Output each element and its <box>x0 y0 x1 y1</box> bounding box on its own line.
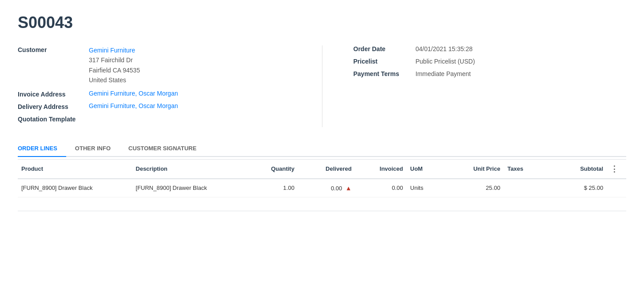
cell-invoiced: 0.00 <box>355 179 407 197</box>
vertical-divider <box>322 45 322 127</box>
cell-delivered: 0.00 ▲ <box>298 179 355 197</box>
order-lines-table: Product Description Quantity Delivered I… <box>18 159 626 197</box>
order-date-row: Order Date 04/01/2021 15:35:28 <box>354 45 473 52</box>
tabs-bar: ORDER LINES OTHER INFO CUSTOMER SIGNATUR… <box>18 140 626 157</box>
col-header-unit-price: Unit Price <box>447 159 504 179</box>
table-section: Product Description Quantity Delivered I… <box>18 159 626 197</box>
payment-terms-row: Payment Terms Immediate Payment <box>354 70 471 77</box>
col-header-invoiced: Invoiced <box>355 159 407 179</box>
order-date-label: Order Date <box>354 45 416 52</box>
customer-name-link[interactable]: Gemini Furniture <box>89 45 291 55</box>
table-header-row: Product Description Quantity Delivered I… <box>18 159 626 179</box>
forecast-chart-icon[interactable]: ▲ <box>346 185 352 192</box>
tab-order-lines[interactable]: ORDER LINES <box>18 140 66 157</box>
invoice-address-row: Invoice Address Gemini Furniture, Oscar … <box>18 90 291 98</box>
col-header-uom: UoM <box>407 159 447 179</box>
form-section: Customer Gemini Furniture 317 Fairchild … <box>18 45 626 127</box>
bottom-divider <box>18 211 626 211</box>
cell-taxes <box>504 179 549 197</box>
cell-product: [FURN_8900] Drawer Black <box>18 179 132 197</box>
delivery-address-row: Delivery Address Gemini Furniture, Oscar… <box>18 102 291 110</box>
tabs-section: ORDER LINES OTHER INFO CUSTOMER SIGNATUR… <box>18 140 626 197</box>
pricelist-row: Pricelist Public Pricelist (USD) <box>354 58 475 65</box>
pricelist-value: Public Pricelist (USD) <box>416 58 475 65</box>
col-header-delivered: Delivered <box>298 159 355 179</box>
cell-description: [FURN_8900] Drawer Black <box>132 179 247 197</box>
tab-customer-signature[interactable]: CUSTOMER SIGNATURE <box>128 140 205 157</box>
customer-label: Customer <box>18 45 89 53</box>
address-line2: Fairfield CA 94535 <box>89 65 291 75</box>
address-line3: United States <box>89 75 291 85</box>
customer-field-row: Customer Gemini Furniture 317 Fairchild … <box>18 45 291 85</box>
table-row: [FURN_8900] Drawer Black [FURN_8900] Dra… <box>18 179 626 197</box>
invoice-address-value[interactable]: Gemini Furniture, Oscar Morgan <box>89 90 291 97</box>
col-header-taxes: Taxes <box>504 159 549 179</box>
table-body: [FURN_8900] Drawer Black [FURN_8900] Dra… <box>18 179 626 197</box>
cell-row-options <box>607 179 626 197</box>
form-left: Customer Gemini Furniture 317 Fairchild … <box>18 45 291 127</box>
cell-uom: Units <box>407 179 447 197</box>
col-header-quantity: Quantity <box>246 159 298 179</box>
col-header-subtotal: Subtotal <box>549 159 607 179</box>
col-header-product: Product <box>18 159 132 179</box>
quotation-template-row: Quotation Template <box>18 115 291 123</box>
column-options-icon[interactable]: ⋮ <box>610 165 618 173</box>
order-title: S00043 <box>18 13 626 32</box>
payment-terms-value: Immediate Payment <box>416 70 471 77</box>
form-right: Order Date 04/01/2021 15:35:28 Pricelist… <box>354 45 627 127</box>
delivery-address-label: Delivery Address <box>18 102 89 110</box>
delivery-address-value[interactable]: Gemini Furniture, Oscar Morgan <box>89 102 291 109</box>
cell-quantity: 1.00 <box>246 179 298 197</box>
payment-terms-label: Payment Terms <box>354 70 416 77</box>
col-header-description: Description <box>132 159 247 179</box>
invoice-address-label: Invoice Address <box>18 90 89 98</box>
pricelist-label: Pricelist <box>354 58 416 65</box>
table-header: Product Description Quantity Delivered I… <box>18 159 626 179</box>
page-container: S00043 Customer Gemini Furniture 317 Fai… <box>0 0 644 225</box>
customer-address: Gemini Furniture 317 Fairchild Dr Fairfi… <box>89 45 291 85</box>
order-date-value: 04/01/2021 15:35:28 <box>416 45 473 52</box>
address-line1: 317 Fairchild Dr <box>89 55 291 65</box>
tab-other-info[interactable]: OTHER INFO <box>75 140 119 157</box>
col-header-options: ⋮ <box>607 159 626 179</box>
quotation-template-label: Quotation Template <box>18 115 89 123</box>
cell-subtotal: $ 25.00 <box>549 179 607 197</box>
cell-unit-price: 25.00 <box>447 179 504 197</box>
